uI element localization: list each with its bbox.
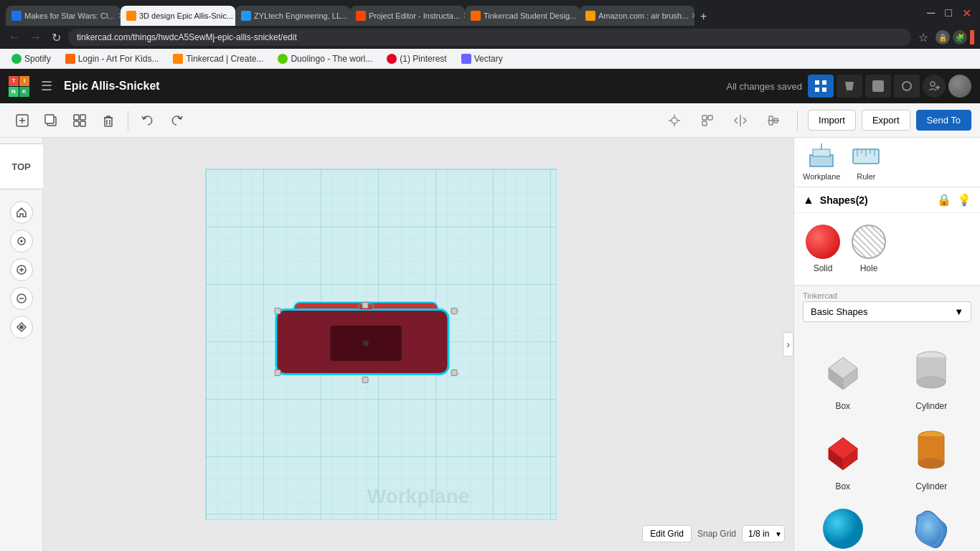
canvas-area[interactable]: ◁ Workplane › Edit Grid Snap Grid 1/8 in bbox=[43, 138, 793, 551]
group-button[interactable] bbox=[66, 108, 93, 133]
close-button[interactable]: ✕ bbox=[959, 5, 974, 22]
shape-card-box-gray[interactable]: Box bbox=[803, 339, 883, 411]
redo-button[interactable] bbox=[163, 108, 190, 133]
grid-orientation-button[interactable] bbox=[10, 316, 33, 339]
address-bar[interactable]: tinkercad.com/things/hwdcA5SewMj-epic-al… bbox=[68, 29, 911, 46]
shapes-lock-button[interactable]: 🔒 bbox=[937, 193, 951, 207]
code-view-button[interactable] bbox=[865, 75, 891, 98]
fit-view-button[interactable] bbox=[10, 230, 33, 253]
svg-point-72 bbox=[917, 377, 946, 388]
align-button[interactable] bbox=[760, 108, 787, 133]
snap-button[interactable] bbox=[694, 108, 721, 133]
bookmark-tinkercad-icon bbox=[173, 54, 183, 64]
shape-hole-label: Hole bbox=[860, 263, 878, 273]
view-mode-icons: Workplane Ruler bbox=[803, 143, 971, 181]
new-tab-button[interactable]: + bbox=[694, 7, 712, 26]
library-section: Tinkercad Basic Shapes ▼ bbox=[794, 286, 980, 334]
shape-thumb-weird-blue bbox=[895, 500, 967, 551]
bookmark-pinterest[interactable]: (1) Pinterest bbox=[381, 52, 452, 65]
refresh-button[interactable]: ↻ bbox=[49, 31, 64, 44]
export-button[interactable]: Export bbox=[862, 110, 910, 131]
shapes-panel-title: Shapes(2) bbox=[820, 194, 931, 206]
bookmark-artforkids[interactable]: Login - Art For Kids... bbox=[60, 52, 165, 65]
canvas-object[interactable]: ◁ bbox=[273, 297, 459, 392]
ext-icon-1[interactable]: 🔒 bbox=[936, 30, 950, 44]
import-button[interactable]: Import bbox=[808, 110, 856, 131]
ruler-view-label: Ruler bbox=[857, 172, 875, 181]
shapes-visible-button[interactable]: 💡 bbox=[957, 193, 971, 207]
bookmark-duolingo[interactable]: Duolingo - The worl... bbox=[272, 52, 378, 65]
library-category-dropdown[interactable]: Basic Shapes ▼ bbox=[803, 301, 971, 322]
minimize-button[interactable]: ─ bbox=[924, 5, 938, 21]
tab-3[interactable]: ZYLtech Engineering, LL... ✕ bbox=[235, 6, 350, 26]
mirror-icon bbox=[733, 113, 748, 128]
tab-5[interactable]: Tinkercad Student Desig... ✕ bbox=[465, 6, 580, 26]
sim-view-button[interactable] bbox=[894, 75, 920, 98]
tab-1-close[interactable]: ✕ bbox=[118, 11, 121, 21]
shape-card-sphere-blue[interactable]: Sphere bbox=[803, 500, 883, 551]
app: T I N K ☰ Epic Allis-Snicket All changes… bbox=[0, 69, 980, 551]
zoom-out-button[interactable] bbox=[10, 287, 33, 310]
snap-grid-select[interactable]: 1/8 in 1/4 in 1 in bbox=[742, 525, 785, 542]
bookmark-pinterest-icon bbox=[387, 54, 397, 64]
shape-card-cylinder-gray[interactable]: Cylinder bbox=[892, 339, 972, 411]
svg-point-80 bbox=[918, 458, 944, 468]
bookmark-button[interactable]: ☆ bbox=[915, 31, 931, 44]
build-view-button[interactable] bbox=[837, 75, 862, 98]
canvas-collapse-button[interactable]: › bbox=[783, 332, 793, 357]
zoom-in-button[interactable] bbox=[10, 258, 33, 281]
tab-2[interactable]: 3D design Epic Allis-Snic... ✕ bbox=[121, 6, 235, 26]
shape-card-cylinder-orange[interactable]: Cylinder bbox=[892, 420, 972, 491]
undo-button[interactable] bbox=[134, 108, 161, 133]
shape-thumb-box-gray bbox=[807, 339, 879, 397]
menu-icon[interactable]: ☰ bbox=[41, 78, 52, 94]
tab-6-close[interactable]: ✕ bbox=[691, 11, 694, 21]
bookmark-tinkercad[interactable]: Tinkercad | Create... bbox=[167, 52, 269, 65]
tab-4[interactable]: Project Editor - Instructa... ✕ bbox=[350, 6, 465, 26]
secondary-toolbar: Import Export Send To bbox=[0, 103, 980, 138]
home-view-button[interactable] bbox=[10, 201, 33, 224]
bookmark-artforkids-icon bbox=[65, 54, 75, 64]
bookmark-vectary[interactable]: Vectary bbox=[456, 52, 509, 65]
shape-grid: Box Cylinder bbox=[794, 334, 980, 551]
shape-hole[interactable]: Hole bbox=[852, 225, 886, 273]
library-dropdown-arrow: ▼ bbox=[954, 306, 963, 317]
shape-thumb-sphere-blue bbox=[807, 500, 879, 551]
svg-rect-26 bbox=[702, 116, 707, 120]
tab-5-close[interactable]: ✕ bbox=[579, 11, 580, 21]
back-button[interactable]: ← bbox=[6, 31, 23, 44]
tab-4-close[interactable]: ✕ bbox=[463, 11, 465, 21]
browser-tab-bar: Makes for Star Wars: Cl... ✕ 3D design E… bbox=[0, 0, 980, 26]
tab-6[interactable]: Amazon.com : air brush... ✕ bbox=[580, 6, 694, 26]
user-avatar[interactable] bbox=[948, 75, 971, 98]
shape-card-weird-blue[interactable]: Shape bbox=[892, 500, 972, 551]
forward-button[interactable]: → bbox=[27, 31, 44, 44]
add-user-button[interactable] bbox=[923, 75, 946, 98]
code-icon bbox=[872, 80, 884, 92]
send-to-button[interactable]: Send To bbox=[916, 110, 971, 131]
shape-card-box-red[interactable]: Box bbox=[803, 420, 883, 491]
bookmark-pinterest-label: (1) Pinterest bbox=[400, 54, 446, 64]
view-cube[interactable]: TOP bbox=[0, 143, 44, 189]
shape-solid[interactable]: Solid bbox=[806, 225, 840, 273]
mirror-button[interactable] bbox=[727, 108, 754, 133]
grid-view-button[interactable] bbox=[808, 75, 834, 98]
toolbar-right-actions: Import Export Send To bbox=[661, 108, 971, 133]
ext-icon-puzzle[interactable]: 🧩 bbox=[953, 30, 967, 44]
shapes-collapse-button[interactable]: ▲ bbox=[803, 194, 814, 207]
tinkercad-logo[interactable]: T I N K bbox=[9, 76, 29, 97]
new-shape-button[interactable] bbox=[9, 108, 36, 133]
snap-icon bbox=[700, 113, 715, 128]
delete-button[interactable] bbox=[95, 108, 122, 133]
tab-1[interactable]: Makes for Star Wars: Cl... ✕ bbox=[6, 6, 121, 26]
ruler-view-button[interactable]: Ruler bbox=[852, 143, 880, 181]
maximize-button[interactable]: □ bbox=[942, 5, 955, 21]
light-icon-button[interactable] bbox=[661, 108, 688, 133]
workplane-view-button[interactable]: Workplane bbox=[803, 143, 840, 181]
align-icon bbox=[766, 113, 781, 128]
shape-solid-icon bbox=[806, 225, 840, 259]
bookmark-spotify[interactable]: Spotify bbox=[6, 52, 57, 65]
duplicate-button[interactable] bbox=[37, 108, 65, 133]
canvas-bottom-controls: Edit Grid Snap Grid 1/8 in 1/4 in 1 in ▼ bbox=[642, 525, 785, 542]
edit-grid-button[interactable]: Edit Grid bbox=[642, 525, 692, 542]
